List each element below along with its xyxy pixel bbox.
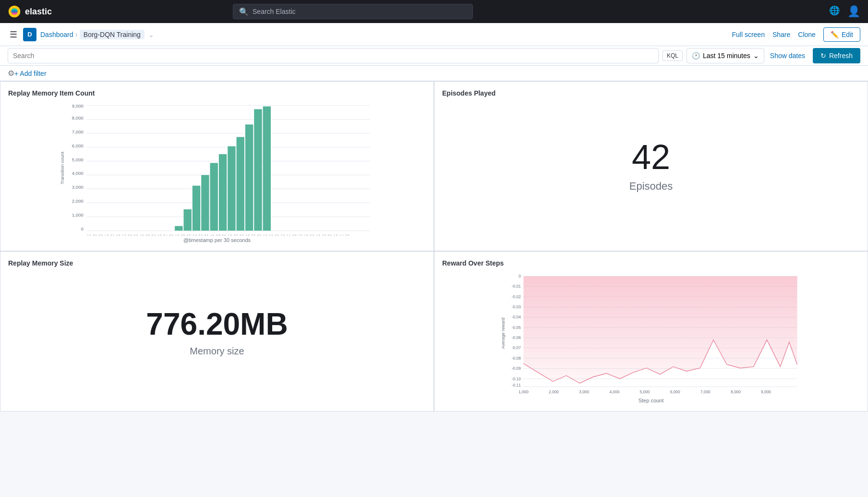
svg-rect-35 [175,226,182,231]
svg-text:19:04:00: 19:04:00 [157,234,173,235]
svg-rect-38 [201,175,209,230]
memory-size-label: Memory size [190,346,244,357]
svg-text:-0.05: -0.05 [512,325,521,330]
add-filter-row: ⚙ + Add filter [0,66,868,81]
breadcrumb-current[interactable]: Borg-DQN Training [80,30,145,39]
top-navigation: elastic 🔍 🌐 👤 [0,0,868,23]
secondary-navigation: ☰ D Dashboard › Borg-DQN Training ⌄ Full… [0,23,868,46]
svg-text:Average reward: Average reward [501,317,506,349]
episodes-played-label: Episodes [629,180,673,193]
elastic-logo-text: elastic [25,7,52,17]
user-avatar: D [23,28,36,41]
breadcrumb-chevron-icon[interactable]: ⌄ [148,31,154,38]
svg-text:19:11:00: 19:11:00 [280,234,297,235]
bar-chart-area: 0 1,000 2,000 3,000 4,000 5,000 6,000 7,… [8,101,426,235]
svg-text:19:05:00: 19:05:00 [175,234,191,235]
svg-text:5,000: 5,000 [72,157,84,162]
filter-input-wrap[interactable] [8,48,659,63]
share-button[interactable]: Share [772,31,790,38]
svg-rect-36 [183,209,191,230]
svg-rect-37 [193,186,200,231]
svg-text:-0.08: -0.08 [512,356,521,361]
svg-text:19:02:00: 19:02:00 [122,234,138,235]
breadcrumb: Dashboard › Borg-DQN Training ⌄ [40,30,154,39]
replay-memory-item-count-title: Replay Memory Item Count [8,89,426,97]
global-search-bar[interactable]: 🔍 [233,4,473,19]
svg-text:2,000: 2,000 [549,389,559,394]
refresh-button[interactable]: ↻ Refresh [813,48,860,63]
svg-text:4,000: 4,000 [609,389,619,394]
svg-text:19:14:00: 19:14:00 [333,234,350,235]
svg-text:19:01:00: 19:01:00 [104,234,121,235]
line-chart-svg: 0 -0.01 -0.02 -0.03 -0.04 -0.05 -0.06 -0… [442,271,860,396]
elastic-logo[interactable]: elastic [8,5,52,18]
episodes-played-title: Episodes Played [442,89,495,97]
edit-button[interactable]: ✏️ Edit [823,27,860,42]
time-picker-button[interactable]: 🕐 Last 15 minutes ⌄ [687,48,764,63]
svg-rect-39 [210,163,218,230]
time-chevron-icon: ⌄ [753,52,759,60]
add-filter-button[interactable]: + Add filter [14,70,47,77]
svg-text:-0.09: -0.09 [512,366,521,371]
dashboard-grid: Replay Memory Item Count 0 1,000 2,000 3… [0,81,868,412]
svg-text:19:10:00: 19:10:00 [263,234,279,235]
reward-chart-x-axis-title: Step count [442,398,860,403]
reward-over-steps-panel: Reward Over Steps 0 -0.01 -0.02 -0.03 -0… [434,251,868,412]
clock-icon: 🕐 [692,52,700,60]
episodes-played-value: 42 [632,140,670,174]
svg-text:-0.11: -0.11 [512,383,521,388]
fullscreen-button[interactable]: Full screen [732,31,764,38]
svg-text:19:13:00: 19:13:00 [316,234,332,235]
svg-rect-45 [263,107,271,231]
line-chart-area: 0 -0.01 -0.02 -0.03 -0.04 -0.05 -0.06 -0… [442,271,860,396]
replay-memory-item-count-panel: Replay Memory Item Count 0 1,000 2,000 3… [0,81,434,251]
svg-text:3,000: 3,000 [579,389,589,394]
svg-text:-0.07: -0.07 [512,345,521,350]
bar-chart-svg: 0 1,000 2,000 3,000 4,000 5,000 6,000 7,… [8,101,426,235]
svg-text:-0.02: -0.02 [512,294,521,299]
svg-text:8,000: 8,000 [731,389,741,394]
hamburger-menu-button[interactable]: ☰ [8,27,19,42]
svg-text:4,000: 4,000 [72,170,84,176]
bar-chart-x-axis-title: @timestamp per 30 seconds [8,237,426,243]
svg-rect-44 [254,109,262,230]
svg-text:19:08:00: 19:08:00 [228,234,244,235]
globe-icon[interactable]: 🌐 [829,5,840,18]
svg-text:-0.06: -0.06 [512,335,521,340]
show-dates-button[interactable]: Show dates [766,52,809,60]
edit-label: Edit [842,31,853,38]
filter-bar: KQL 🕐 Last 15 minutes ⌄ Show dates ↻ Ref… [0,46,868,66]
svg-text:-0.10: -0.10 [512,376,521,381]
svg-text:8,000: 8,000 [72,115,84,121]
svg-text:19:12:00: 19:12:00 [298,234,314,235]
breadcrumb-dashboard[interactable]: Dashboard [40,31,73,38]
svg-text:19:09:00: 19:09:00 [245,234,262,235]
kql-toggle[interactable]: KQL [663,50,683,61]
svg-text:7,000: 7,000 [700,389,711,394]
breadcrumb-separator: › [75,30,78,39]
time-label: Last 15 minutes [703,52,750,60]
time-controls: 🕐 Last 15 minutes ⌄ Show dates [687,48,809,63]
clone-button[interactable]: Clone [798,31,816,38]
svg-rect-42 [237,137,244,230]
svg-text:Transition count: Transition count [60,152,65,185]
svg-text:-0.03: -0.03 [512,304,521,309]
global-search-input[interactable] [253,8,467,15]
edit-icon: ✏️ [831,31,839,38]
svg-rect-40 [219,154,227,230]
refresh-label: Refresh [829,52,853,60]
search-icon: 🔍 [239,7,249,16]
svg-text:6,000: 6,000 [670,389,680,394]
svg-text:3,000: 3,000 [72,184,84,190]
svg-text:9,000: 9,000 [72,103,84,109]
svg-text:0: 0 [81,226,84,231]
svg-text:9,000: 9,000 [761,389,771,394]
svg-text:1,000: 1,000 [72,212,84,218]
user-avatar-icon[interactable]: 👤 [847,5,860,18]
refresh-icon: ↻ [820,52,826,60]
svg-text:-0.01: -0.01 [512,284,521,289]
svg-text:6,000: 6,000 [72,143,84,148]
nav-actions: Full screen Share Clone ✏️ Edit [732,27,860,42]
nav-icons: 🌐 👤 [829,5,860,18]
filter-search-input[interactable] [13,52,653,60]
